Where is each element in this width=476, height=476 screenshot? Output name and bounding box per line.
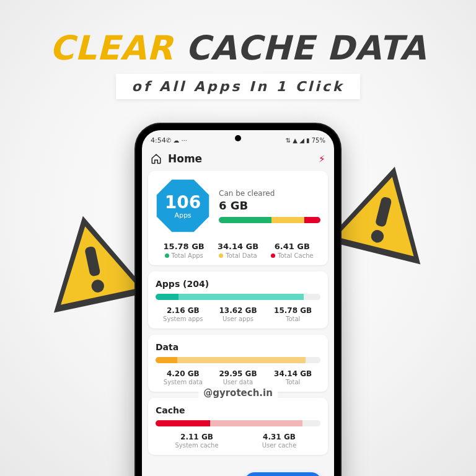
status-bar: 4:54 ✆ ☁ ⋯ ⇅ ▲ ◢ ▮ 75% [142, 130, 334, 146]
stat-col: 34.14 GBTotal Data [211, 242, 265, 259]
stat-col: 2.11 GBSystem cache [156, 433, 238, 449]
cache-title: Cache [156, 405, 320, 415]
analyze-button[interactable]: ANALYZE [244, 472, 322, 476]
headline-word2: CACHE DATA [185, 29, 426, 68]
summary-card[interactable]: 106 Apps Can be cleared 6 GB 15.78 GBTot… [148, 171, 328, 265]
stat-col: 4.31 GBUser cache [238, 433, 320, 449]
headline-block: CLEAR CACHE DATA of All Apps In 1 Click [0, 0, 476, 99]
cache-bar [156, 420, 320, 426]
status-right-icons: ⇅ ▲ ◢ ▮ 75% [286, 137, 325, 144]
cache-card[interactable]: Cache 2.11 GBSystem cache4.31 GBUser cac… [148, 398, 328, 455]
headline-sub: of All Apps In 1 Click [116, 74, 361, 99]
page-title: Home [168, 152, 202, 165]
status-time: 4:54 [151, 136, 166, 144]
stat-col: 15.78 GBTotal Apps [157, 242, 211, 259]
stat-col: 34.14 GBTotal [265, 369, 320, 386]
apps-count: 106 [165, 192, 201, 213]
clear-label: Can be cleared [219, 189, 320, 198]
apps-stats: 2.16 GBSystem apps13.62 GBUser apps15.78… [156, 306, 320, 322]
data-title: Data [156, 342, 320, 352]
stat-col: 13.62 GBUser apps [211, 306, 266, 322]
phone-screen: 4:54 ✆ ☁ ⋯ ⇅ ▲ ◢ ▮ 75% Home ⚡ 106 Apps [142, 130, 334, 476]
data-stats: 4.20 GBSystem data29.95 GBUser data34.14… [156, 369, 320, 386]
stat-col: 4.20 GBSystem data [156, 369, 211, 386]
headline-word1: CLEAR [50, 29, 173, 68]
handle-watermark: @gyrotech.in [198, 386, 278, 400]
app-bar: Home ⚡ [142, 146, 334, 171]
clear-value: 6 GB [219, 199, 320, 212]
summary-stats: 15.78 GBTotal Apps34.14 GBTotal Data6.41… [156, 242, 320, 259]
home-icon[interactable] [151, 153, 162, 164]
bolt-icon[interactable]: ⚡ [319, 153, 325, 165]
apps-label: Apps [174, 211, 191, 219]
content-area: 106 Apps Can be cleared 6 GB 15.78 GBTot… [142, 171, 334, 476]
stat-col: 29.95 GBUser data [211, 369, 266, 386]
phone-frame: 4:54 ✆ ☁ ⋯ ⇅ ▲ ◢ ▮ 75% Home ⚡ 106 Apps [136, 124, 340, 476]
headline-main: CLEAR CACHE DATA [0, 29, 476, 68]
stat-col: 2.16 GBSystem apps [156, 306, 211, 322]
apps-card[interactable]: Apps (204) 2.16 GBSystem apps13.62 GBUse… [148, 271, 328, 328]
status-left-icons: ✆ ☁ ⋯ [166, 137, 188, 144]
data-bar [156, 357, 320, 363]
apps-title: Apps (204) [156, 279, 320, 289]
apps-bar [156, 294, 320, 300]
cache-stats: 2.11 GBSystem cache4.31 GBUser cache [156, 433, 320, 449]
data-card[interactable]: Data 4.20 GBSystem data29.95 GBUser data… [148, 335, 328, 392]
stat-col: 15.78 GBTotal [265, 306, 320, 322]
summary-bar [219, 217, 320, 223]
stat-col: 6.41 GBTotal Cache [265, 242, 319, 259]
apps-badge: 106 Apps [156, 178, 210, 233]
